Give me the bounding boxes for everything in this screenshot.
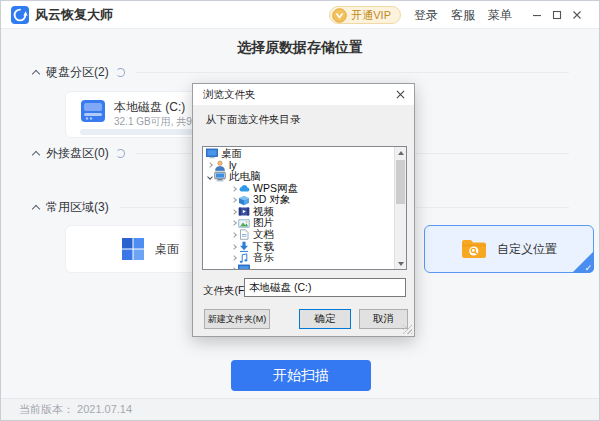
expander-icon[interactable] [229, 210, 238, 214]
selected-check-icon [572, 251, 594, 273]
tree-item[interactable]: WPS网盘 [203, 183, 394, 195]
app-logo-icon [11, 6, 29, 24]
new-folder-button[interactable]: 新建文件夹(M) [204, 309, 270, 329]
cancel-button[interactable]: 取消 [359, 309, 408, 329]
location-tile[interactable]: 自定义位置 [424, 225, 594, 273]
download-icon [238, 241, 250, 252]
header-menu-item[interactable]: 客服 [451, 7, 475, 24]
cloud-icon [238, 183, 250, 194]
vip-button[interactable]: 开通VIP [329, 6, 401, 24]
maximize-icon [552, 6, 562, 24]
header-menu: 登录客服菜单 [414, 7, 512, 24]
user-icon [214, 160, 226, 171]
resize-grip[interactable] [403, 325, 412, 334]
computer-icon [214, 171, 226, 182]
tree-scrollbar[interactable] [394, 147, 406, 269]
tree-item[interactable]: 下载 [203, 241, 394, 253]
video-icon [238, 206, 250, 217]
tree-item[interactable]: 视频 [203, 206, 394, 218]
header-menu-item[interactable]: 登录 [414, 7, 438, 24]
expander-icon[interactable] [229, 268, 238, 269]
refresh-icon[interactable] [116, 149, 125, 158]
desktop-icon [206, 148, 218, 159]
status-bar: 当前版本： 2021.07.14 [1, 398, 599, 420]
drive-name: 本地磁盘 (C:) [114, 99, 185, 116]
scroll-up-icon[interactable] [395, 147, 406, 158]
desktop-icon [238, 264, 250, 269]
refresh-icon[interactable] [116, 68, 125, 77]
start-scan-button[interactable]: 开始扫描 [231, 360, 371, 391]
app-window: 风云恢复大师 开通VIP 登录客服菜单 选择原数据存储位置 硬盘分区(2) [0, 0, 600, 421]
close-icon [572, 6, 582, 24]
tree-item[interactable] [203, 264, 394, 269]
version-text: 当前版本： 2021.07.14 [19, 403, 132, 415]
music-icon [238, 253, 250, 264]
window-control-button[interactable] [548, 6, 565, 24]
folder-name-input[interactable] [244, 278, 406, 297]
windows-logo-icon [121, 237, 145, 261]
vip-badge-icon [332, 8, 347, 23]
window-controls [528, 6, 585, 24]
header-actions: 开通VIP 登录客服菜单 [329, 1, 585, 29]
expander-icon[interactable] [229, 198, 238, 202]
tree-item[interactable]: 图片 [203, 218, 394, 230]
minimize-icon [532, 6, 542, 24]
expander-icon[interactable] [229, 245, 238, 249]
window-control-button[interactable] [528, 6, 545, 24]
browse-folder-dialog: 浏览文件夹 从下面选文件夹目录 桌面 ly [192, 83, 415, 337]
dialog-subtitle: 从下面选文件夹目录 [206, 113, 301, 127]
scroll-down-icon[interactable] [395, 258, 406, 269]
page-title: 选择原数据存储位置 [1, 39, 599, 57]
expander-icon[interactable] [229, 256, 238, 260]
folder-tree-rows: 桌面 ly 此电脑 [203, 148, 394, 269]
app-title: 风云恢复大师 [35, 1, 113, 28]
collapse-caret-icon[interactable] [32, 150, 40, 158]
tree-item[interactable]: 文档 [203, 229, 394, 241]
folder-search-icon [461, 238, 487, 260]
tree-item[interactable]: 3D 对象 [203, 194, 394, 206]
window-control-button[interactable] [568, 6, 585, 24]
collapse-caret-icon[interactable] [32, 204, 40, 212]
pictures-icon [238, 218, 250, 229]
dialog-close-icon[interactable] [392, 86, 409, 103]
cube-icon [238, 195, 250, 206]
tree-item[interactable]: 音乐 [203, 252, 394, 264]
expander-icon[interactable] [229, 221, 238, 225]
tree-item[interactable]: 此电脑 [203, 171, 394, 183]
documents-icon [238, 229, 250, 240]
divider [136, 72, 569, 73]
expander-icon[interactable] [229, 187, 238, 191]
dialog-title: 浏览文件夹 [203, 84, 256, 105]
collapse-caret-icon[interactable] [32, 69, 40, 77]
expander-icon[interactable] [229, 233, 238, 237]
section-header: 硬盘分区(2) [33, 65, 569, 79]
folder-tree: 桌面 ly 此电脑 [202, 146, 407, 270]
title-bar: 风云恢复大师 开通VIP 登录客服菜单 [1, 1, 599, 29]
expander-icon[interactable] [205, 163, 214, 167]
dialog-title-bar[interactable]: 浏览文件夹 [193, 84, 414, 105]
expander-icon[interactable] [205, 175, 214, 179]
ok-button[interactable]: 确定 [299, 309, 351, 329]
header-menu-item[interactable]: 菜单 [488, 7, 512, 24]
scrollbar-thumb[interactable] [396, 160, 405, 204]
tree-item[interactable]: 桌面 [203, 148, 394, 160]
hard-drive-icon [80, 99, 106, 127]
